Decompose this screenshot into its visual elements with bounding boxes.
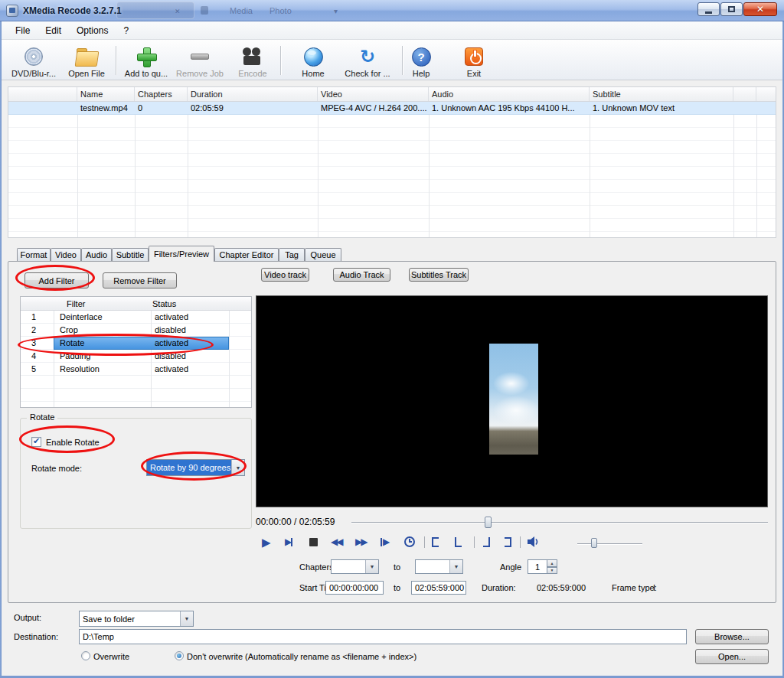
- filter-status: disabled: [155, 325, 186, 334]
- output-mode-select[interactable]: Save to folder: [79, 611, 194, 627]
- open-folder-icon: [76, 46, 97, 67]
- tab-chapter-editor[interactable]: Chapter Editor: [214, 248, 279, 261]
- grid-line: [135, 102, 136, 237]
- stop-button[interactable]: [309, 535, 318, 549]
- chapters-to-label: to: [394, 562, 400, 572]
- video-track-button[interactable]: Video track: [261, 268, 309, 282]
- filter-row-resolution[interactable]: 5 Resolution activated: [21, 363, 251, 376]
- next-frame-button[interactable]: ▶: [285, 535, 293, 549]
- column-header-chapters[interactable]: Chapters: [135, 87, 188, 101]
- column-header-name[interactable]: Name: [77, 87, 135, 101]
- toolbar-label: DVD/Blu-r...: [11, 69, 56, 78]
- column-header-subtitle[interactable]: Subtitle: [590, 87, 733, 101]
- toolbar-separator: [402, 46, 403, 75]
- chevron-down-icon[interactable]: [231, 460, 244, 475]
- toolbar-encode-button[interactable]: Encode: [231, 43, 274, 78]
- filter-row-crop[interactable]: 2 Crop disabled: [21, 324, 251, 337]
- row-index: 5: [31, 364, 36, 373]
- tab-queue[interactable]: Queue: [305, 248, 341, 261]
- minimize-button[interactable]: [697, 2, 720, 16]
- filter-status: disabled: [155, 351, 186, 360]
- mark-in-icon: [432, 537, 439, 547]
- chevron-down-icon[interactable]: [180, 611, 193, 626]
- frame-step-button[interactable]: ▶: [380, 535, 388, 549]
- start-time-to-label: to: [394, 583, 400, 592]
- status-column-header[interactable]: Status: [152, 299, 176, 308]
- audio-track-button[interactable]: Audio Track: [333, 268, 390, 282]
- open-button[interactable]: Open...: [695, 649, 769, 664]
- seek-slider[interactable]: [351, 522, 768, 523]
- remove-filter-button[interactable]: Remove Filter: [103, 272, 177, 288]
- filter-row-padding[interactable]: 4 Padding disabled: [21, 350, 251, 363]
- filter-row-rotate[interactable]: 3 Rotate activated: [21, 337, 251, 350]
- column-header-duration[interactable]: Duration: [188, 87, 318, 101]
- overwrite-label: Overwrite: [93, 652, 129, 661]
- tab-subtitle[interactable]: Subtitle: [112, 248, 149, 261]
- tab-format[interactable]: Format: [17, 248, 51, 261]
- tab-tag[interactable]: Tag: [279, 248, 305, 261]
- clock-button[interactable]: [404, 535, 415, 549]
- filter-name: Crop: [60, 325, 78, 334]
- column-header-video[interactable]: Video: [318, 87, 429, 101]
- goto-end-marker-button[interactable]: [483, 535, 490, 549]
- toolbar-dvd-button[interactable]: DVD/Blu-r...: [8, 43, 60, 78]
- job-list-table: Name Chapters Duration Video Audio Subti…: [8, 86, 776, 238]
- angle-value[interactable]: 1: [528, 559, 547, 574]
- grid-line: [188, 102, 188, 237]
- job-list-grid: [8, 102, 776, 237]
- groupbox-legend: Rotate: [27, 412, 57, 422]
- column-header-audio[interactable]: Audio: [429, 87, 590, 101]
- angle-spinner[interactable]: 1: [528, 559, 557, 574]
- menu-edit[interactable]: Edit: [38, 23, 69, 38]
- mark-out-icon: [505, 537, 511, 547]
- toolbar-open-file-button[interactable]: Open File: [64, 43, 109, 78]
- goto-start-marker-button[interactable]: [455, 535, 462, 549]
- volume-slider-thumb[interactable]: [591, 538, 597, 548]
- chapter-end-select[interactable]: [415, 559, 463, 574]
- toolbar-remove-job-button[interactable]: Remove Job: [175, 43, 225, 78]
- toolbar-exit-button[interactable]: Exit: [456, 43, 492, 78]
- column-header-blank[interactable]: [8, 87, 77, 101]
- add-filter-button[interactable]: Add Filter: [24, 272, 89, 288]
- start-time-input[interactable]: 00:00:00:000: [325, 581, 384, 595]
- volume-button[interactable]: [528, 535, 540, 549]
- play-button[interactable]: ▶: [262, 535, 271, 549]
- chapter-start-select[interactable]: [331, 559, 379, 574]
- grid-line: [318, 102, 318, 237]
- job-row[interactable]: testnew.mp4 0 02:05:59 MPEG-4 AVC / H.26…: [8, 102, 776, 115]
- destination-input[interactable]: D:\Temp: [79, 629, 687, 644]
- volume-slider[interactable]: [577, 543, 642, 545]
- toolbar-add-to-queue-button[interactable]: Add to qu...: [121, 43, 172, 78]
- browse-button[interactable]: Browse...: [695, 629, 769, 644]
- seek-slider-thumb[interactable]: [485, 517, 492, 528]
- filter-table: Filter Status 1 Deinterlace activated 2 …: [20, 296, 252, 408]
- subtitles-track-button[interactable]: Subtitles Track: [409, 268, 469, 282]
- mark-out-button[interactable]: [505, 535, 511, 549]
- spin-down-icon[interactable]: [547, 567, 557, 575]
- filter-column-header[interactable]: Filter: [67, 299, 85, 308]
- tab-filters-preview[interactable]: Filters/Preview: [149, 246, 214, 262]
- menu-options[interactable]: Options: [69, 23, 116, 38]
- enable-rotate-checkbox[interactable]: [31, 437, 41, 447]
- filter-row-deinterlace[interactable]: 1 Deinterlace activated: [21, 311, 251, 324]
- end-time-input[interactable]: 02:05:59:000: [411, 581, 466, 595]
- tab-video[interactable]: Video: [51, 248, 81, 261]
- spin-up-icon[interactable]: [547, 559, 557, 567]
- tab-audio[interactable]: Audio: [81, 248, 112, 261]
- fast-forward-button[interactable]: ▶▶: [355, 535, 366, 549]
- dont-overwrite-radio[interactable]: [175, 651, 184, 660]
- chevron-down-icon[interactable]: [365, 560, 378, 573]
- chevron-down-icon[interactable]: [449, 560, 462, 573]
- overwrite-radio[interactable]: [81, 651, 90, 660]
- toolbar-help-button[interactable]: Help: [405, 43, 437, 78]
- menu-help[interactable]: ?: [116, 23, 136, 38]
- maximize-button[interactable]: [720, 2, 743, 16]
- toolbar-check-updates-button[interactable]: Check for ...: [338, 43, 397, 78]
- toolbar-home-button[interactable]: Home: [294, 43, 332, 78]
- start-marker-icon: [455, 537, 462, 547]
- rotate-mode-select[interactable]: Rotate by 90 degrees: [146, 459, 245, 476]
- menu-file[interactable]: File: [8, 23, 38, 38]
- mark-in-button[interactable]: [432, 535, 439, 549]
- rewind-button[interactable]: ◀◀: [331, 535, 341, 549]
- close-button[interactable]: [743, 2, 777, 16]
